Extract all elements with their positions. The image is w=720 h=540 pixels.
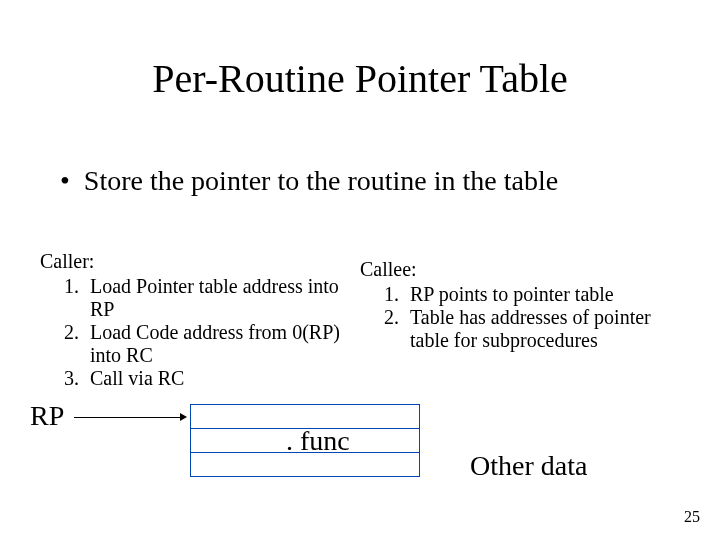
slide-title: Per-Routine Pointer Table [0, 55, 720, 102]
func-label: . func [286, 425, 350, 457]
other-data-label: Other data [470, 450, 587, 482]
pointer-table-diagram: RP . func Other data [30, 405, 690, 505]
rp-label: RP [30, 400, 64, 432]
two-columns: Caller: Load Pointer table address into … [40, 250, 680, 390]
callee-list: RP points to pointer table Table has add… [360, 283, 680, 352]
list-item: Load Pointer table address into RP [84, 275, 360, 321]
arrow-head-icon [180, 413, 187, 421]
list-item: RP points to pointer table [404, 283, 680, 306]
main-bullet: • Store the pointer to the routine in th… [60, 165, 558, 197]
list-item: Table has addresses of pointer table for… [404, 306, 680, 352]
list-item: Call via RC [84, 367, 360, 390]
bullet-dot-icon: • [60, 165, 70, 197]
page-number: 25 [684, 508, 700, 526]
list-item: Load Code address from 0(RP) into RC [84, 321, 360, 367]
callee-heading: Callee: [360, 258, 680, 281]
slide: Per-Routine Pointer Table • Store the po… [0, 0, 720, 540]
caller-heading: Caller: [40, 250, 360, 273]
caller-list: Load Pointer table address into RP Load … [40, 275, 360, 390]
callee-column: Callee: RP points to pointer table Table… [360, 250, 680, 390]
bullet-text: Store the pointer to the routine in the … [84, 165, 558, 197]
caller-column: Caller: Load Pointer table address into … [40, 250, 360, 390]
arrow-shaft-icon [74, 417, 180, 418]
